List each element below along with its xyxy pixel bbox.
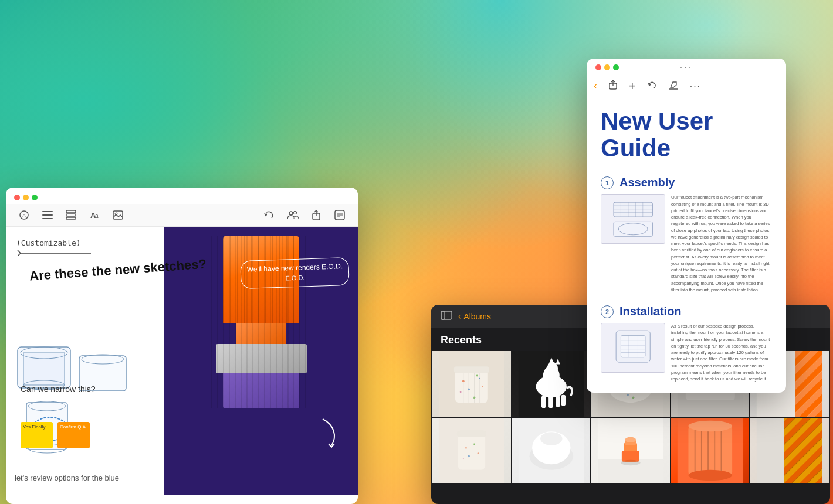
photo-speckled-cup-image [432,351,511,417]
doc-toolbar: ‹ + ··· [587,76,786,96]
undo-doc-icon[interactable] [648,81,657,91]
svg-point-115 [625,437,636,442]
assembly-body: Our faucet attachment is a two-part mech… [671,194,772,293]
photo-white-rounded-image [512,418,591,483]
svg-rect-7 [66,217,76,219]
installation-body: As a result of our bespoke design proces… [671,323,772,383]
text-format-icon[interactable]: Aa [88,209,101,222]
svg-rect-3 [42,214,53,216]
svg-point-13 [294,212,297,214]
svg-point-109 [540,432,562,445]
share-icon[interactable] [310,209,323,222]
svg-point-57 [476,375,478,377]
photo-cell-orange-component[interactable] [671,418,750,483]
doc-section-assembly: 1 Assembly [601,176,772,293]
edit-icon[interactable] [333,209,346,222]
svg-point-103 [468,455,470,457]
svg-point-59 [482,386,483,387]
svg-rect-51 [441,311,445,319]
svg-rect-74 [561,395,565,406]
photo-cell-small-speckled[interactable] [432,418,511,483]
narrow-text: Can we narrow this? [21,384,96,394]
svg-rect-2 [42,211,53,212]
minimize-button[interactable] [23,195,29,200]
photo-faucet-orange-image [591,418,670,483]
photo-decorative-image [750,418,829,483]
doc-titlebar: ··· [587,59,786,76]
svg-point-101 [465,447,467,449]
svg-rect-33 [614,202,652,217]
undo-icon[interactable] [263,209,276,222]
svg-rect-41 [614,222,652,236]
photo-cell-white-rounded[interactable] [512,418,591,483]
assembly-header: 1 Assembly [601,176,772,189]
svg-point-105 [463,458,464,459]
photo-cell-white-horse[interactable] [512,351,591,417]
people-icon[interactable] [286,209,299,222]
doc-window: ··· ‹ + ··· New User Guide 1 Assembly [587,59,786,393]
svg-text:A: A [22,213,26,219]
doc-title: New User Guide [601,108,772,162]
close-button[interactable] [14,195,20,200]
svg-rect-99 [458,431,485,469]
svg-point-60 [460,391,462,393]
albums-label: Albums [463,312,491,321]
review-annotation: let's review options for the blue [15,473,119,483]
renders-note-text: We'll have new renders E.O.D. [246,262,343,274]
layers-icon[interactable] [65,209,77,222]
svg-rect-55 [454,366,489,373]
svg-point-116 [621,460,641,465]
svg-point-125 [688,470,732,481]
svg-point-124 [688,421,732,432]
svg-rect-73 [556,396,560,407]
doc-minimize-button[interactable] [604,64,610,70]
narrow-annotation: Can we narrow this? [21,384,96,396]
photo-cell-speckled-cup[interactable] [432,351,511,417]
sketch-window: A Aa [6,188,358,504]
list-icon[interactable] [41,209,54,222]
installation-title: Installation [619,305,682,318]
renders-annotation: We'll have new renders E.O.D. E.O.D. [240,257,350,289]
highlight-icon[interactable] [669,80,678,91]
assembly-title: Assembly [619,176,675,189]
assembly-number: 1 [601,176,614,189]
photo-white-horse-image [512,351,591,417]
doc-title-dots: ··· [680,62,693,73]
photo-small-speckled-image [432,418,511,483]
svg-rect-71 [541,396,546,408]
svg-rect-44 [621,336,645,357]
installation-header: 2 Installation [601,305,772,318]
installation-number: 2 [601,305,614,318]
image-icon[interactable] [111,209,124,222]
arrow-svg [15,247,97,259]
photo-cell-decorative[interactable] [750,418,829,483]
svg-rect-5 [66,210,76,213]
customizable-annotation: (Customizable) [16,239,81,247]
add-icon[interactable]: + [629,80,636,92]
svg-rect-52 [441,311,452,319]
share-doc-icon[interactable] [609,80,617,91]
more-icon[interactable]: ··· [690,81,701,91]
sidebar-toggle-icon[interactable] [441,311,452,322]
svg-rect-128 [784,418,822,483]
svg-rect-100 [457,430,486,437]
svg-rect-95 [795,351,823,417]
svg-point-12 [289,212,293,215]
installation-diagram [601,323,665,373]
doc-close-button[interactable] [595,64,601,70]
svg-rect-72 [548,396,553,408]
photo-grid-row-2 [431,417,830,483]
svg-point-104 [478,452,479,454]
sticky-note-confirm: Confirm Q.A. [57,422,90,448]
maximize-button[interactable] [32,195,38,200]
sticky-note-yes: Yes Finally! [21,422,53,448]
doc-maximize-button[interactable] [613,64,619,70]
sticky-yes-text: Yes Finally! [23,424,47,430]
sketch-content: We'll have new renders E.O.D. E.O.D. (Cu… [6,227,358,495]
svg-point-102 [473,443,475,445]
circle-a-icon[interactable]: A [18,209,31,222]
sticky-confirm-text: Confirm Q.A. [60,424,87,430]
photo-cell-faucet-orange[interactable] [591,418,670,483]
back-chevron-icon[interactable]: ‹ [594,80,597,92]
photos-back-button[interactable]: ‹ Albums [458,311,491,322]
